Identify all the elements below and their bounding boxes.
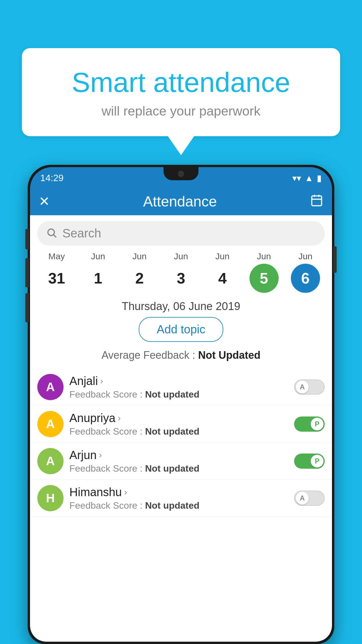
svg-rect-0 <box>312 196 322 206</box>
cal-date-label: 6 <box>291 264 320 293</box>
cal-month-label: Jun <box>133 251 147 261</box>
cal-month-label: May <box>48 251 65 261</box>
app-header: ✕ Attendance <box>30 188 332 215</box>
student-avatar: A <box>37 448 64 474</box>
student-name: Himanshu › <box>69 486 294 499</box>
mute-button <box>25 229 29 249</box>
calendar-day-6[interactable]: Jun6 <box>288 251 323 293</box>
student-feedback: Feedback Score : Not updated <box>69 389 294 400</box>
student-info: Anupriya ›Feedback Score : Not updated <box>69 412 294 437</box>
status-time: 14:29 <box>40 173 64 183</box>
student-feedback: Feedback Score : Not updated <box>69 463 294 474</box>
app-title: Attendance <box>143 193 217 210</box>
student-info: Arjun ›Feedback Score : Not updated <box>69 449 294 474</box>
avg-feedback-value: Not Updated <box>198 349 261 361</box>
battery-icon: ▮ <box>317 173 322 183</box>
cal-month-label: Jun <box>215 251 229 261</box>
calendar-day-4[interactable]: Jun4 <box>205 251 240 293</box>
calendar-strip: May31Jun1Jun2Jun3Jun4Jun5Jun6 <box>30 249 332 294</box>
student-feedback: Feedback Score : Not updated <box>69 426 294 437</box>
student-feedback: Feedback Score : Not updated <box>69 500 294 511</box>
avg-feedback: Average Feedback : Not Updated <box>30 346 332 367</box>
cal-date-label: 31 <box>42 264 71 293</box>
signal-icon: ▲ <box>305 173 313 183</box>
student-info: Anjali ›Feedback Score : Not updated <box>69 374 294 400</box>
calendar-day-3[interactable]: Jun3 <box>164 251 198 293</box>
svg-line-5 <box>54 235 56 237</box>
calendar-day-2[interactable]: Jun2 <box>122 251 157 293</box>
calendar-day-5[interactable]: Jun5 <box>247 251 282 293</box>
attendance-toggle[interactable]: A <box>294 379 325 395</box>
add-topic-button[interactable]: Add topic <box>139 317 224 342</box>
cal-month-label: Jun <box>257 251 271 261</box>
student-name: Anjali › <box>69 374 294 388</box>
student-row-3[interactable]: HHimanshu ›Feedback Score : Not updatedA <box>30 480 332 517</box>
student-avatar: A <box>37 374 64 400</box>
bubble-subtitle: will replace your paperwork <box>39 104 323 119</box>
speech-bubble-container: Smart attendance will replace your paper… <box>22 48 340 155</box>
attendance-toggle[interactable]: P <box>294 454 325 469</box>
search-icon <box>46 227 57 239</box>
student-name: Anupriya › <box>69 412 294 425</box>
volume-down-button <box>25 293 29 322</box>
close-button[interactable]: ✕ <box>39 194 50 209</box>
cal-month-label: Jun <box>174 251 188 261</box>
attendance-toggle[interactable]: P <box>294 416 325 432</box>
cal-date-label: 5 <box>249 264 279 293</box>
cal-date-label: 4 <box>208 264 237 293</box>
status-icons: ▾▾ ▲ ▮ <box>292 173 322 183</box>
calendar-icon[interactable] <box>310 194 323 209</box>
cal-date-label: 3 <box>166 264 196 293</box>
search-bar[interactable]: Search <box>37 221 325 246</box>
student-avatar: H <box>37 485 64 511</box>
search-placeholder: Search <box>62 226 101 240</box>
student-row-1[interactable]: AAnupriya ›Feedback Score : Not updatedP <box>30 406 332 443</box>
calendar-day-1[interactable]: Jun1 <box>80 251 115 293</box>
student-info: Himanshu ›Feedback Score : Not updated <box>69 486 294 511</box>
student-name: Arjun › <box>69 449 294 462</box>
notch <box>164 167 198 180</box>
cal-date-label: 1 <box>83 264 113 293</box>
attendance-toggle[interactable]: A <box>294 491 325 506</box>
student-row-2[interactable]: AArjun ›Feedback Score : Not updatedP <box>30 443 332 480</box>
phone-frame: 14:29 ▾▾ ▲ ▮ ✕ Attendance <box>28 165 334 644</box>
calendar-day-0[interactable]: May31 <box>39 251 74 293</box>
student-row-0[interactable]: AAnjali ›Feedback Score : Not updatedA <box>30 369 332 406</box>
student-avatar: A <box>37 411 64 437</box>
svg-point-4 <box>48 229 54 235</box>
screen-content: Search May31Jun1Jun2Jun3Jun4Jun5Jun6 Thu… <box>30 215 332 642</box>
wifi-icon: ▾▾ <box>292 173 301 183</box>
cal-date-label: 2 <box>125 264 154 293</box>
selected-date-label: Thursday, 06 June 2019 <box>30 294 332 317</box>
volume-up-button <box>25 258 29 287</box>
bubble-title: Smart attendance <box>39 67 323 98</box>
camera <box>178 171 184 177</box>
cal-month-label: Jun <box>91 251 105 261</box>
students-list: AAnjali ›Feedback Score : Not updatedAAA… <box>30 367 332 518</box>
avg-feedback-prefix: Average Feedback : <box>101 349 198 361</box>
power-button <box>333 246 337 273</box>
speech-bubble: Smart attendance will replace your paper… <box>22 48 340 136</box>
cal-month-label: Jun <box>298 251 312 261</box>
phone-screen: 14:29 ▾▾ ▲ ▮ ✕ Attendance <box>30 167 332 642</box>
speech-bubble-tail <box>168 136 194 155</box>
